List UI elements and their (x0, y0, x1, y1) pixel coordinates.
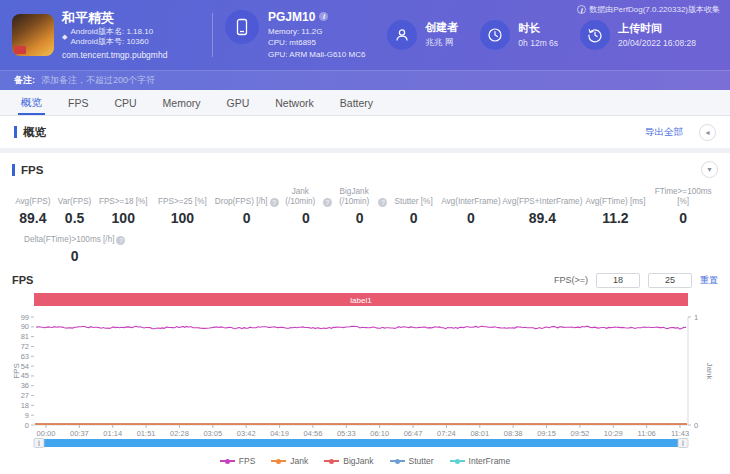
stat-value: 0 (214, 210, 280, 226)
chart-scrollbar-thumb[interactable] (44, 439, 678, 447)
tab-fps[interactable]: FPS (55, 90, 101, 115)
app-meta: 和平精英 ◆ Android版本名: 1.18.10 Android版本号: 1… (62, 10, 200, 60)
legend-item-interframe[interactable]: InterFrame (450, 456, 511, 466)
x-axis-tick-label: 00:37 (70, 429, 89, 438)
legend-marker-icon (390, 460, 405, 462)
device-cpu: CPU: mt6895 (268, 37, 365, 49)
x-axis-tick-label: 02:28 (170, 429, 189, 438)
legend-marker-icon (220, 460, 235, 462)
overview-title: 概览 (23, 125, 46, 140)
fps-chart-title: FPS (12, 274, 33, 286)
x-axis-tick-label: 09:52 (571, 429, 590, 438)
y-axis-tick-label: 27 (21, 391, 29, 400)
stat-value: 0 (648, 210, 718, 226)
help-icon[interactable]: ? (323, 198, 332, 207)
note-placeholder: 添加备注，不超过200个字符 (41, 74, 155, 87)
tab-gpu[interactable]: GPU (214, 90, 263, 115)
stat-value: 0 (332, 210, 388, 226)
stat-cell: FPS>=25 [%]100 (151, 187, 214, 226)
x-axis-tick-label: 01:51 (137, 429, 156, 438)
help-icon[interactable]: ? (378, 198, 387, 207)
clock-icon (480, 20, 510, 50)
device-info-icon[interactable]: i (319, 12, 328, 21)
stat-label: Var(FPS) (54, 187, 96, 207)
fps-chart: label10918273645546372819099FPS01Jank00:… (12, 291, 718, 451)
note-input[interactable]: 备注: 添加备注，不超过200个字符 (0, 70, 730, 90)
fps-chart-header: FPS FPS(>=) 重置 (12, 271, 718, 289)
y-axis-tick-label: 45 (21, 371, 29, 380)
fps-threshold-input-1[interactable] (596, 273, 640, 288)
chart-annotation-label: label1 (350, 296, 372, 305)
export-all-link[interactable]: 导出全部 (645, 126, 683, 139)
stat-label: Avg(FPS) (12, 187, 54, 207)
phone-icon (225, 10, 259, 44)
y-axis-tick-label: 90 (21, 322, 29, 331)
stat-label: Stutter [%] (387, 187, 439, 207)
stat-value: 0 (440, 210, 503, 226)
creator-block: 创建者 兆兆 网 (387, 20, 458, 50)
fps-stats-row: Avg(FPS)89.4Var(FPS)0.5FPS>=18 [%]100FPS… (12, 187, 718, 226)
help-icon[interactable]: ? (116, 236, 125, 245)
legend-item-bigjank[interactable]: BigJank (324, 456, 373, 466)
stat-value: 11.2 (582, 210, 648, 226)
x-axis-tick-label: 11:06 (638, 429, 656, 438)
stat-label: FPS>=25 [%] (151, 187, 214, 207)
help-icon[interactable]: ? (270, 198, 279, 207)
legend-item-jank[interactable]: Jank (271, 456, 308, 466)
reset-button[interactable]: 重置 (700, 274, 718, 287)
y-axis-tick-label: 72 (21, 342, 29, 351)
tab-bar: 概览FPSCPUMemoryGPUNetworkBattery (0, 90, 730, 116)
fps-collapse-button[interactable] (701, 161, 718, 178)
legend-item-stutter[interactable]: Stutter (390, 456, 434, 466)
legend-label: FPS (239, 456, 256, 466)
creator-label: 创建者 (425, 21, 458, 34)
x-axis-tick-label: 03:42 (237, 429, 256, 438)
y-axis-tick-label: 36 (21, 381, 29, 390)
x-axis-tick-label: 01:14 (103, 429, 122, 438)
y2-axis-title: Jank (705, 363, 714, 381)
y-axis-title: FPS (12, 363, 21, 379)
stat-label: FPS>=18 [%] (95, 187, 151, 207)
x-axis-tick-label: 05:33 (337, 429, 356, 438)
tab-memory[interactable]: Memory (150, 90, 214, 115)
device-memory: Memory: 11.2G (268, 26, 365, 38)
x-axis-tick-label: 09:15 (537, 429, 556, 438)
tab-network[interactable]: Network (262, 90, 327, 115)
stat-cell: FTime>=100ms [%]0 (648, 187, 718, 226)
upload-time-value: 20/04/2022 16:08:28 (618, 38, 696, 48)
y-axis-tick-label: 54 (21, 362, 29, 371)
y2-axis-tick-label: 0 (694, 421, 698, 430)
y-axis-tick-label: 9 (25, 411, 29, 420)
series-line-fps (36, 326, 686, 329)
sidebar-toggle-button[interactable] (699, 124, 716, 141)
tab-battery[interactable]: Battery (327, 90, 386, 115)
legend-label: Stutter (409, 456, 434, 466)
section-accent-bar (14, 126, 17, 138)
overview-header: 概览 导出全部 (0, 116, 730, 148)
y-axis-tick-label: 63 (21, 352, 29, 361)
y-axis-tick-label: 0 (25, 421, 29, 430)
person-icon (387, 20, 417, 50)
info-icon: i (577, 5, 586, 14)
stat-cell: Avg(InterFrame)0 (440, 187, 503, 226)
legend-item-fps[interactable]: FPS (220, 456, 256, 466)
legend-marker-icon (450, 460, 465, 462)
stat-cell: FPS>=18 [%]100 (95, 187, 151, 226)
tab-概览[interactable]: 概览 (8, 90, 55, 115)
app-version-code: Android版本号: 10360 (70, 37, 153, 47)
stat-value: 0 (280, 210, 332, 226)
chevron-down-icon (707, 165, 711, 174)
stat-value: 100 (95, 210, 151, 226)
stat-value: 0 (24, 248, 125, 264)
fps-threshold-input-2[interactable] (648, 273, 692, 288)
collector-version-note: i 数据由PerfDog(7.0.220332)版本收集 (577, 4, 720, 15)
report-header: 和平精英 ◆ Android版本名: 1.18.10 Android版本号: 1… (0, 0, 730, 90)
stat-label: BigJank (/10min)? (332, 187, 388, 207)
stat-label: Delta(FTime)>100ms [/h]? (24, 234, 125, 245)
android-icon: ◆ (62, 33, 67, 41)
tab-cpu[interactable]: CPU (101, 90, 149, 115)
stat-value: 0.5 (54, 210, 96, 226)
app-version-name: Android版本名: 1.18.10 (70, 27, 153, 37)
legend-marker-icon (324, 460, 339, 462)
fps-threshold-label: FPS(>=) (554, 275, 588, 285)
